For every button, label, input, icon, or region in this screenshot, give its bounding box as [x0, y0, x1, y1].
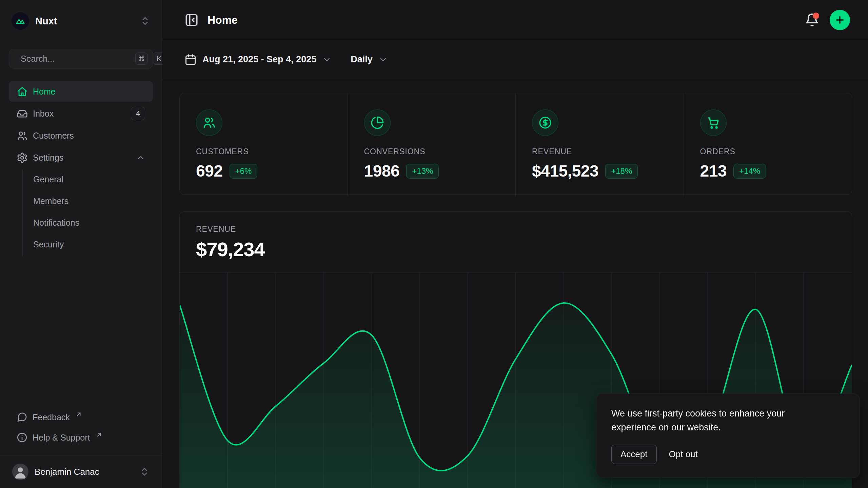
inbox-count-badge: 4	[131, 107, 145, 120]
chevrons-up-down-icon	[139, 467, 150, 477]
users-circle-icon	[196, 109, 222, 136]
feedback-label: Feedback	[33, 412, 70, 422]
sidebar-item-general[interactable]: General	[23, 169, 153, 189]
sidebar-item-members[interactable]: Members	[23, 191, 153, 211]
external-link-icon	[96, 431, 102, 438]
pie-chart-icon	[364, 109, 391, 136]
chevron-down-icon	[322, 55, 332, 64]
chevrons-up-down-icon	[140, 16, 150, 26]
sidebar-item-label: Home	[33, 87, 56, 97]
stat-value: 213	[700, 162, 727, 180]
revenue-panel-header: REVENUE $79,234	[180, 212, 852, 272]
optout-cookies-button[interactable]: Opt out	[669, 445, 698, 464]
shopping-cart-icon	[700, 109, 727, 136]
help-support-label: Help & Support	[33, 433, 90, 443]
cookie-message: We use first-party cookies to enhance yo…	[611, 407, 828, 434]
stat-value: 1986	[364, 162, 400, 180]
sidebar-item-notifications[interactable]: Notifications	[23, 213, 153, 232]
stat-card-revenue: REVENUE $415,523 +18%	[516, 93, 684, 197]
chevron-up-icon	[136, 153, 145, 162]
sidebar-item-label: Security	[33, 240, 64, 249]
filters-toolbar: Aug 21, 2025 - Sep 4, 2025 Daily	[162, 40, 868, 79]
page-header: Home	[162, 0, 868, 40]
cookie-actions: Accept Opt out	[611, 445, 845, 464]
home-icon	[17, 86, 28, 97]
stat-card-conversions: CONVERSIONS 1986 +13%	[348, 93, 516, 197]
kbd-cmd: ⌘	[135, 53, 147, 65]
feedback-link[interactable]: Feedback	[9, 407, 153, 427]
sidebar-item-home[interactable]: Home	[9, 81, 153, 102]
revenue-value: $79,234	[196, 238, 835, 261]
sidebar-item-label: Members	[33, 196, 68, 206]
stat-delta-badge: +13%	[406, 164, 439, 179]
stat-label: REVENUE	[532, 147, 667, 156]
sidebar-item-security[interactable]: Security	[23, 235, 153, 254]
page-title: Home	[208, 14, 238, 26]
help-support-link[interactable]: Help & Support	[9, 427, 153, 448]
sidebar-nav: Home Inbox 4 Customers Settings General …	[9, 81, 153, 256]
workspace-name: Nuxt	[35, 16, 134, 27]
user-name: Benjamin Canac	[35, 467, 133, 477]
sidebar-item-label: Customers	[33, 131, 74, 141]
granularity-label: Daily	[351, 54, 373, 65]
chat-bubble-icon	[17, 412, 27, 423]
stat-card-customers: CUSTOMERS 692 +6%	[180, 93, 348, 197]
notifications-button[interactable]	[805, 13, 820, 27]
users-icon	[17, 130, 28, 141]
date-range-label: Aug 21, 2025 - Sep 4, 2025	[202, 54, 316, 65]
dollar-circle-icon	[532, 109, 558, 136]
stat-label: CUSTOMERS	[196, 147, 331, 156]
stat-delta-badge: +18%	[605, 164, 638, 179]
stat-value: $415,523	[532, 162, 598, 180]
plus-icon	[834, 15, 845, 25]
sidebar: Nuxt ⌘ K Home Inbox 4 Customers Settings…	[0, 0, 162, 488]
chevron-down-icon	[378, 55, 388, 64]
granularity-select[interactable]: Daily	[351, 54, 388, 65]
sidebar-item-settings[interactable]: Settings	[9, 147, 153, 168]
accept-cookies-button[interactable]: Accept	[611, 445, 657, 464]
nuxt-logo-icon	[12, 12, 29, 30]
stat-label: ORDERS	[700, 147, 836, 156]
sidebar-item-label: Settings	[33, 153, 63, 163]
sidebar-spacer	[9, 256, 153, 407]
date-range-picker[interactable]: Aug 21, 2025 - Sep 4, 2025	[184, 54, 332, 66]
stats-row: CUSTOMERS 692 +6% CONVERSIONS 1986 +13%	[179, 93, 852, 195]
info-circle-icon	[17, 432, 27, 443]
workspace-switcher[interactable]: Nuxt	[9, 10, 153, 32]
cookie-banner: We use first-party cookies to enhance yo…	[596, 393, 860, 478]
user-avatar	[12, 464, 28, 480]
revenue-label: REVENUE	[196, 225, 835, 234]
stat-card-orders: ORDERS 213 +14%	[684, 93, 852, 197]
sidebar-item-label: Inbox	[33, 109, 54, 119]
stat-delta-badge: +6%	[230, 164, 258, 179]
search-bar[interactable]: ⌘ K	[9, 49, 153, 68]
settings-submenu: General Members Notifications Security	[22, 169, 153, 256]
sidebar-item-customers[interactable]: Customers	[9, 125, 153, 146]
search-input[interactable]	[21, 54, 130, 64]
sidebar-item-label: General	[33, 175, 63, 184]
user-menu[interactable]: Benjamin Canac	[9, 455, 153, 488]
notification-dot	[813, 13, 819, 19]
header-actions	[805, 10, 850, 30]
inbox-icon	[17, 108, 28, 119]
sidebar-footer-links: Feedback Help & Support	[9, 407, 153, 455]
sidebar-item-inbox[interactable]: Inbox 4	[9, 103, 153, 124]
stat-label: CONVERSIONS	[364, 147, 499, 156]
external-link-icon	[76, 411, 82, 418]
calendar-icon	[184, 54, 197, 66]
collapse-sidebar-icon[interactable]	[184, 13, 199, 27]
stat-value: 692	[196, 162, 223, 180]
sidebar-item-label: Notifications	[33, 218, 79, 228]
add-button[interactable]	[830, 10, 850, 30]
stat-delta-badge: +14%	[733, 164, 766, 179]
gear-icon	[17, 152, 28, 163]
